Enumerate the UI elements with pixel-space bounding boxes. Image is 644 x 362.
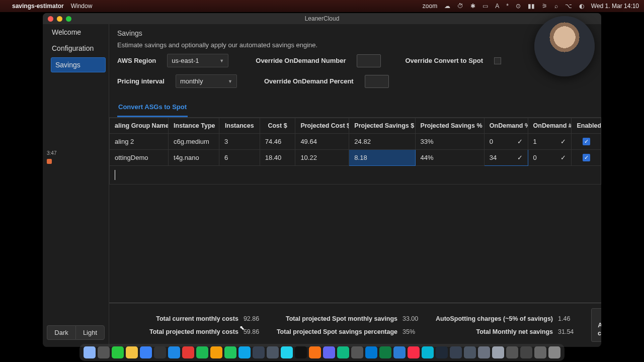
override-od-number-input[interactable] bbox=[357, 54, 381, 67]
timer-icon[interactable]: ⏱ bbox=[457, 3, 463, 10]
dock-app[interactable] bbox=[450, 346, 462, 358]
dock-app-terminal[interactable] bbox=[436, 346, 448, 358]
th-psav[interactable]: Projected Savings $ bbox=[349, 118, 415, 134]
cell-enabled[interactable]: ✓ bbox=[572, 150, 601, 166]
cell-cost[interactable]: 74.46 bbox=[260, 134, 295, 150]
wifi-icon[interactable]: ⚞ bbox=[542, 3, 547, 10]
cell-instances[interactable]: 3 bbox=[219, 134, 260, 150]
window-titlebar[interactable]: LeanerCloud bbox=[43, 13, 601, 24]
cell-instances[interactable]: 6 bbox=[219, 150, 260, 166]
dock-app-settings[interactable] bbox=[253, 346, 265, 358]
dock-app[interactable] bbox=[534, 346, 546, 358]
th-odp[interactable]: OnDemand % bbox=[484, 118, 528, 134]
webcam-overlay[interactable] bbox=[534, 16, 595, 76]
th-name[interactable]: aling Group Name bbox=[110, 118, 169, 134]
dock-app[interactable] bbox=[520, 346, 532, 358]
recording-dot-icon[interactable] bbox=[47, 159, 52, 164]
theme-dark-button[interactable]: Dark bbox=[47, 325, 75, 340]
th-pcost[interactable]: Projected Cost $ bbox=[295, 118, 349, 134]
settings-icon[interactable]: ✱ bbox=[470, 3, 475, 10]
table-row[interactable]: ottingDemo t4g.nano 6 18.40 10.22 8.18 4… bbox=[110, 150, 601, 166]
cell-name[interactable]: aling 2 bbox=[110, 134, 169, 150]
cell-psav[interactable]: 8.18 bbox=[349, 150, 415, 166]
record-icon[interactable]: ⊙ bbox=[516, 3, 521, 10]
dock-app-numbers[interactable] bbox=[112, 346, 124, 358]
dock-app[interactable] bbox=[422, 346, 434, 358]
cell-psavp[interactable]: 33% bbox=[415, 134, 484, 150]
override-od-percent-input[interactable] bbox=[365, 75, 389, 88]
cell-name[interactable]: ottingDemo bbox=[110, 150, 169, 166]
dock-app[interactable] bbox=[337, 346, 349, 358]
check-icon[interactable]: ✓ bbox=[560, 154, 566, 161]
menubar-app-name[interactable]: savings-estimator bbox=[12, 3, 64, 10]
enabled-checkbox[interactable]: ✓ bbox=[583, 138, 590, 145]
dock-app-excel[interactable] bbox=[379, 346, 391, 358]
dock-app-discord[interactable] bbox=[323, 346, 335, 358]
cell-enabled[interactable]: ✓ bbox=[572, 134, 601, 150]
cell-psav[interactable]: 24.82 bbox=[349, 134, 415, 150]
dock-app-zoom[interactable] bbox=[393, 346, 406, 358]
region-select[interactable]: us-east-1 ▼ bbox=[167, 54, 228, 67]
generate-config-button[interactable]: Generate AutoSpotting configuration bbox=[591, 308, 601, 342]
dock-app-notion[interactable] bbox=[295, 346, 307, 358]
dock-app-music[interactable] bbox=[408, 346, 420, 358]
table-row[interactable]: aling 2 c6g.medium 3 74.46 49.64 24.82 3… bbox=[110, 134, 601, 150]
siri-icon[interactable]: ◐ bbox=[579, 3, 584, 10]
override-convert-checkbox[interactable] bbox=[494, 57, 501, 64]
dock-app[interactable] bbox=[224, 346, 236, 358]
dock-app[interactable] bbox=[492, 346, 504, 358]
pricing-select[interactable]: monthly ▼ bbox=[176, 74, 237, 88]
dock-app-word[interactable] bbox=[365, 346, 377, 358]
search-icon[interactable]: ⌕ bbox=[554, 3, 558, 10]
cell-pcost[interactable]: 10.22 bbox=[295, 150, 349, 166]
dock-app-appstore[interactable] bbox=[238, 346, 251, 358]
cell-type[interactable]: t4g.nano bbox=[169, 150, 219, 166]
dock-app-vscode[interactable] bbox=[168, 346, 180, 358]
dock-app-spotify[interactable] bbox=[196, 346, 208, 358]
dock-app[interactable] bbox=[506, 346, 518, 358]
dock-app[interactable] bbox=[309, 346, 321, 358]
display-icon[interactable]: ▭ bbox=[482, 3, 488, 10]
menubar-window[interactable]: Window bbox=[71, 3, 93, 10]
check-icon[interactable]: ✓ bbox=[517, 138, 523, 145]
sidebar-item-configuration[interactable]: Configuration bbox=[43, 40, 109, 56]
tab-convert-asgs[interactable]: Convert ASGs to Spot bbox=[117, 100, 188, 117]
cell-cost[interactable]: 18.40 bbox=[260, 150, 295, 166]
cell-type[interactable]: c6g.medium bbox=[169, 134, 219, 150]
dock-app-trash[interactable] bbox=[548, 346, 560, 358]
check-icon[interactable]: ✓ bbox=[517, 154, 523, 161]
control-center-icon[interactable]: ⌥ bbox=[565, 3, 572, 10]
th-psavp[interactable]: Projected Savings % bbox=[415, 118, 484, 134]
dock-app[interactable] bbox=[210, 346, 222, 358]
dock-app[interactable] bbox=[182, 346, 194, 358]
cell-odn[interactable]: 0✓ bbox=[528, 150, 572, 166]
cell-pcost[interactable]: 49.64 bbox=[295, 134, 349, 150]
dock-app[interactable] bbox=[351, 346, 363, 358]
dock-app-launchpad[interactable] bbox=[98, 346, 110, 358]
dock-app[interactable] bbox=[267, 346, 279, 358]
th-cost[interactable]: Cost $ bbox=[260, 118, 295, 134]
sidebar-item-welcome[interactable]: Welcome bbox=[43, 24, 109, 40]
menubar-datetime[interactable]: Wed 1. Mar 14:10 bbox=[591, 3, 639, 10]
cell-psavp[interactable]: 44% bbox=[415, 150, 484, 166]
dock-app-notes[interactable] bbox=[154, 346, 166, 358]
sidebar-item-savings[interactable]: Savings bbox=[51, 57, 106, 72]
dock-app-finder[interactable] bbox=[84, 346, 96, 358]
battery-icon[interactable]: ▮▮ bbox=[528, 3, 535, 10]
th-odn[interactable]: OnDemand # bbox=[528, 118, 572, 134]
dock-app-chrome[interactable] bbox=[126, 346, 138, 358]
cell-odp[interactable]: 0✓ bbox=[484, 134, 528, 150]
th-type[interactable]: Instance Type bbox=[169, 118, 219, 134]
zoom-indicator[interactable]: zoom bbox=[423, 3, 437, 10]
bluetooth-icon[interactable]: * bbox=[506, 3, 509, 10]
dock-app-mail[interactable] bbox=[140, 346, 152, 358]
dock-app[interactable] bbox=[464, 346, 476, 358]
cell-odp[interactable]: 34✓ bbox=[484, 150, 528, 166]
th-instances[interactable]: Instances bbox=[219, 118, 260, 134]
letter-a-icon[interactable]: A bbox=[495, 3, 499, 10]
check-icon[interactable]: ✓ bbox=[560, 138, 566, 145]
dock-app[interactable] bbox=[281, 346, 293, 358]
theme-light-button[interactable]: Light bbox=[75, 325, 105, 340]
cloud-icon[interactable]: ☁ bbox=[444, 3, 450, 10]
cell-odn[interactable]: 1✓ bbox=[528, 134, 572, 150]
